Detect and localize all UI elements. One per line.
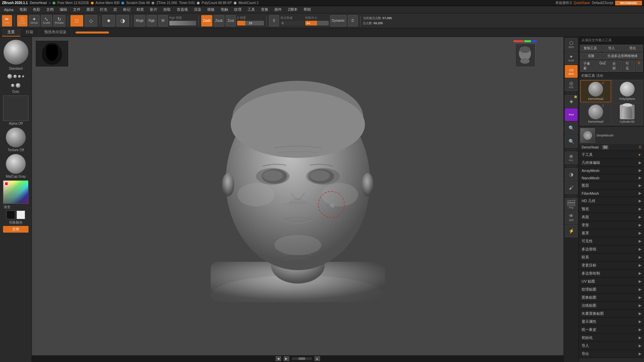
sub-el-btn[interactable]: 子像素	[580, 60, 596, 72]
switch-colors-btn[interactable]: 交替	[3, 226, 29, 233]
menu-light[interactable]: 灯光	[97, 6, 110, 13]
section-vector-disp[interactable]: 矢量置换贴图 ▶	[579, 310, 644, 318]
menu-file[interactable]: 文件	[70, 6, 83, 13]
focal-slider[interactable]: 0	[280, 21, 304, 25]
tab-main[interactable]: 主页	[2, 28, 20, 37]
goz-btn[interactable]: GoZ	[596, 60, 609, 72]
canvas-right-btn[interactable]: ▶	[284, 356, 289, 361]
menu-material[interactable]: 材质	[134, 6, 147, 13]
side-btn-search[interactable]: 🔍	[565, 122, 578, 134]
section-deform[interactable]: 变形 ▶	[579, 221, 644, 229]
side-btn-paint[interactable]: 🖌	[565, 181, 578, 194]
render-mode-btn[interactable]: ◑	[116, 15, 129, 26]
swatch-black[interactable]	[6, 210, 15, 219]
draw-type-btn[interactable]: □	[70, 15, 83, 26]
r-btn[interactable]: R	[636, 60, 643, 72]
menu-render[interactable]: 渲染	[191, 6, 204, 13]
section-surface[interactable]: 表面 ▶	[579, 213, 644, 221]
draw-mode-btn[interactable]: ⬡ Draw	[17, 15, 28, 26]
canvas-up-btn[interactable]: ▲	[315, 356, 320, 361]
section-init[interactable]: 初始化 ▶	[579, 334, 644, 342]
simple-brush-icon[interactable]	[580, 128, 595, 143]
side-btn-snap[interactable]: 🔒 ◈	[565, 95, 578, 108]
section-mask[interactable]: 遮罩 ▶	[579, 229, 644, 237]
menu-macro[interactable]: 宏	[111, 6, 120, 13]
rgb-intensity-slider[interactable]	[169, 21, 196, 25]
dh-value[interactable]: 50	[602, 145, 608, 149]
orientation-head[interactable]	[515, 44, 535, 67]
menu-template[interactable]: 模板	[205, 6, 217, 13]
section-export-tool[interactable]: 导出 ▶	[579, 350, 644, 358]
menu-tool[interactable]: 工具	[245, 6, 258, 13]
section-poly-paint[interactable]: 多边形绘制 ▶	[579, 269, 644, 278]
zsub-btn[interactable]: Zsub	[214, 15, 224, 26]
section-displacement[interactable]: 置换贴图 ▶	[579, 294, 644, 302]
section-nanomesh[interactable]: NanoMesh ▶	[579, 174, 644, 182]
tab-lights[interactable]: 灯箱	[20, 28, 39, 37]
d-btn[interactable]: D	[348, 15, 358, 26]
section-link[interactable]: 联系 ▶	[579, 253, 644, 261]
menu-plugin[interactable]: 插件	[272, 6, 284, 13]
section-import-tool[interactable]: 导入 ▶	[579, 342, 644, 350]
section-change-target[interactable]: 变更目标 ▶	[579, 261, 644, 269]
mrgb-btn[interactable]: Mrgb	[134, 15, 145, 26]
menu-stroke[interactable]: 笔触	[218, 6, 231, 13]
brush-preview[interactable]	[3, 40, 29, 65]
side-btn-mask[interactable]: ◑	[565, 168, 578, 181]
scale-mode-btn[interactable]: ⤡ Scale	[41, 15, 52, 26]
section-arraymesh[interactable]: ArrayMesh ▶	[579, 167, 644, 174]
menu-help[interactable]: 帮助	[301, 6, 314, 13]
side-btn-visible[interactable]: 👁 选明	[565, 211, 578, 224]
s-btn[interactable]: S	[269, 15, 279, 26]
dynamic-btn[interactable]: Dynamic	[330, 15, 346, 26]
section-hd-geo[interactable]: HD 几何 ▶	[579, 197, 644, 205]
dots-preview[interactable]	[6, 72, 26, 89]
zadd-btn[interactable]: Zadd	[201, 15, 212, 26]
section-layer[interactable]: 图层 ▶	[579, 182, 644, 190]
material-preview-btn[interactable]: ●	[102, 15, 115, 26]
canvas-area[interactable]: ⟲	[32, 37, 564, 362]
section-fibermesh[interactable]: FiberMesh ▶	[579, 190, 644, 197]
section-geo-edit[interactable]: 几何体编辑 ▶	[579, 159, 644, 167]
color-picker[interactable]	[3, 180, 29, 204]
z-intensity-slider[interactable]: 25	[237, 21, 264, 25]
full-btn[interactable]: 全部	[609, 60, 622, 72]
tool-item-demohead[interactable]: 2 DemoHead	[580, 80, 611, 102]
side-btn-1[interactable]: ⬡ 缩2D	[565, 38, 578, 51]
side-btn-xyz[interactable]: ⊕xyz	[565, 108, 578, 121]
swatch-white[interactable]	[16, 210, 25, 219]
section-preview[interactable]: 预览 ▶	[579, 205, 644, 213]
tool-item-polysphere[interactable]: PolySphere	[612, 80, 643, 102]
clone-btn[interactable]: 克隆	[580, 53, 602, 59]
canvas-scrollbar[interactable]	[292, 357, 312, 360]
side-btn-3[interactable]: ◎ 对齐	[565, 78, 578, 91]
quicksave-btn[interactable]: QuickSave	[574, 1, 590, 5]
move-mode-btn[interactable]: ✦ Move	[29, 15, 40, 26]
side-btn-line-fill[interactable]: Line Fill Poly	[565, 198, 578, 210]
side-btn-dynamic[interactable]: ⚡	[565, 225, 578, 237]
section-polygroup[interactable]: 多边形组 ▶	[579, 245, 644, 253]
rgb-btn[interactable]: Rgb	[147, 15, 157, 26]
menu-zscript[interactable]: Z脚本	[285, 6, 300, 13]
section-normal-map[interactable]: 法线贴图 ▶	[579, 302, 644, 310]
side-btn-center[interactable]: ⊕ 中心	[565, 152, 578, 164]
tool-item-demohead2[interactable]: 2 DemoHead	[580, 103, 611, 125]
edit-button[interactable]: ✏ Edit	[2, 15, 12, 26]
rotate-mode-btn[interactable]: ↻ Rotate	[53, 15, 66, 26]
dh-r-btn[interactable]: R	[639, 145, 641, 149]
draw-type2-btn[interactable]: ◇	[85, 15, 97, 26]
multi-mesh-btn[interactable]: 生成多边形网格物体	[603, 53, 643, 59]
side-btn-2[interactable]: ✦ Ac2D	[565, 52, 578, 64]
texture-sphere[interactable]	[6, 127, 26, 147]
alpha-off-box[interactable]	[3, 96, 29, 121]
zcut-btn[interactable]: Zcut	[226, 15, 236, 26]
visible-btn[interactable]: 可见	[623, 60, 635, 72]
copy-tool-btn[interactable]: 复制工具	[580, 45, 601, 52]
menu-alpha[interactable]: Alpha	[1, 7, 16, 12]
section-uv-map[interactable]: UV 贴图 ▶	[579, 278, 644, 286]
menu-edit[interactable]: 编辑	[57, 6, 70, 13]
import-btn[interactable]: 导入	[601, 45, 622, 52]
side-btn-floor[interactable]: ▭ 缩2D	[565, 65, 578, 78]
export-btn[interactable]: 导出	[622, 45, 643, 52]
menu-pickup[interactable]: 拾取	[161, 6, 173, 13]
